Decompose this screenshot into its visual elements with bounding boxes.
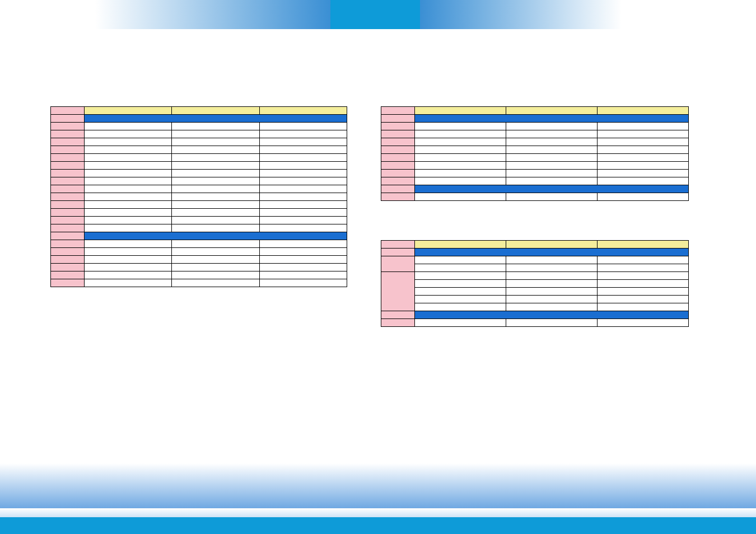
row-label [51,130,85,138]
data-cell [598,162,689,170]
data-cell [415,154,506,162]
section-bar [415,115,689,123]
data-cell [598,319,689,327]
data-cell [172,154,259,162]
footer-gradient-1 [0,463,756,508]
data-cell [506,272,598,280]
data-cell [259,240,347,248]
row-label [381,146,415,154]
data-cell [415,177,506,185]
row-label [51,248,85,256]
data-cell [506,123,598,130]
data-cell [598,146,689,154]
row-label [51,256,85,264]
data-cell [415,272,506,280]
data-cell [259,224,347,232]
data-cell [415,138,506,146]
column-header [415,241,506,249]
row-label [51,138,85,146]
data-cell [259,256,347,264]
row-label [51,146,85,154]
top-gradient-right [420,0,756,29]
data-cell [415,319,506,327]
data-cell [85,138,172,146]
data-cell [259,162,347,170]
data-cell [506,138,598,146]
data-cell [259,201,347,209]
footer-gradient-2 [0,508,756,517]
data-cell [259,248,347,256]
footer-solid [0,517,756,534]
row-label [51,271,85,279]
data-cell [85,193,172,201]
data-cell [85,271,172,279]
data-cell [598,264,689,272]
data-cell [415,296,506,303]
data-cell [172,217,259,224]
data-cell [85,224,172,232]
row-label [381,193,415,201]
data-cell [259,217,347,224]
data-cell [598,138,689,146]
data-cell [506,288,598,296]
data-cell [259,279,347,287]
data-cell [506,319,598,327]
data-cell [172,256,259,264]
row-label [51,123,85,130]
data-cell [172,138,259,146]
data-cell [415,264,506,272]
data-cell [85,170,172,177]
data-cell [259,185,347,193]
column-header [259,107,347,115]
data-cell [506,256,598,264]
row-label [51,170,85,177]
table-corner [381,107,415,115]
data-cell [172,162,259,170]
data-cell [259,130,347,138]
row-label [51,217,85,224]
data-cell [172,146,259,154]
row-label [51,240,85,248]
data-cell [415,162,506,170]
data-cell [259,123,347,130]
data-cell [598,154,689,162]
data-cell [598,177,689,185]
row-label [51,232,85,240]
data-cell [598,170,689,177]
row-label [51,162,85,170]
page-content [50,106,706,327]
data-cell [172,130,259,138]
data-cell [259,170,347,177]
data-cell [598,272,689,280]
data-cell [415,193,506,201]
table-left [50,106,347,287]
data-cell [172,240,259,248]
row-label [51,209,85,217]
data-cell [598,280,689,288]
section-bar [85,232,347,240]
data-cell [506,193,598,201]
row-label [51,279,85,287]
data-cell [172,248,259,256]
data-cell [415,303,506,311]
top-active-tab [330,0,420,29]
data-cell [172,209,259,217]
column-header [85,107,172,115]
row-label-group [381,256,415,272]
row-label [51,193,85,201]
data-cell [85,256,172,264]
row-label-group [381,272,415,311]
column-header [415,107,506,115]
data-cell [598,130,689,138]
data-cell [506,177,598,185]
data-cell [506,162,598,170]
data-cell [506,170,598,177]
data-cell [85,209,172,217]
data-cell [85,201,172,209]
data-cell [415,256,506,264]
data-cell [85,162,172,170]
data-cell [598,303,689,311]
data-cell [259,209,347,217]
data-cell [85,123,172,130]
data-cell [259,271,347,279]
